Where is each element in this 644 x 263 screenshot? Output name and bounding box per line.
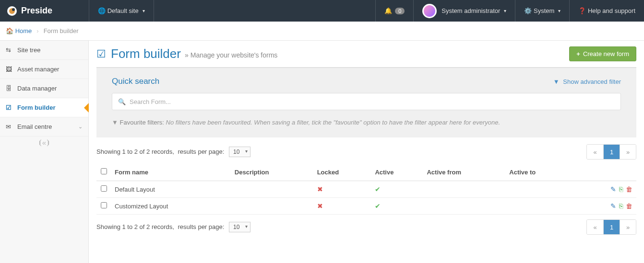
forms-table: Form name Description Locked Active Acti… — [96, 163, 636, 215]
plus-icon: + — [576, 50, 580, 57]
site-switcher[interactable]: 🌐 Default site ▾ — [89, 0, 154, 22]
col-form-name[interactable]: Form name — [111, 163, 231, 181]
cell-form-name: Default Layout — [111, 181, 231, 198]
user-label: System administrator — [441, 7, 500, 14]
page-title-text: Form builder — [111, 46, 181, 61]
sidebar: ⇆ Site tree 🖼 Asset manager 🗄 Data manag… — [0, 41, 89, 263]
sidebar-item-label: Site tree — [17, 46, 40, 54]
create-form-button[interactable]: + Create new form — [569, 46, 636, 61]
sidebar-item-label: Data manager — [17, 85, 57, 92]
help-label: Help and support — [588, 7, 635, 14]
chevron-right-icon: › — [36, 27, 38, 34]
page-1[interactable]: 1 — [603, 220, 620, 234]
system-menu[interactable]: ⚙️ System ▾ — [515, 0, 569, 22]
sidebar-collapse-button[interactable]: ⦗«⦘ — [0, 137, 88, 149]
rpp-select[interactable]: 10 — [229, 222, 250, 232]
favourite-filters-hint: No filters have been favourited. When sa… — [166, 119, 500, 126]
col-active-from[interactable]: Active from — [423, 163, 505, 181]
copy-icon[interactable]: ⎘ — [619, 185, 623, 193]
notifications-button[interactable]: 🔔 0 — [376, 0, 413, 22]
sidebar-item-label: Form builder — [17, 104, 55, 111]
breadcrumb-home[interactable]: Home — [15, 27, 32, 34]
filter-icon: ▼ — [112, 119, 118, 126]
page-last[interactable]: » — [620, 145, 636, 159]
page-subtitle: Manage your website's forms — [191, 51, 278, 59]
pagination-top: « 1 » — [586, 144, 636, 160]
cell-active-to — [505, 181, 572, 198]
gears-icon: ⚙️ — [524, 7, 532, 14]
caret-down-icon: ▾ — [558, 8, 561, 13]
collapse-left-icon: ⦗«⦘ — [38, 138, 50, 147]
check-circle-icon: ✔ — [375, 185, 381, 193]
times-circle-icon: ✖ — [317, 185, 323, 193]
caret-down-icon: ▾ — [143, 8, 145, 13]
sidebar-item-asset-manager[interactable]: 🖼 Asset manager — [0, 60, 88, 79]
edit-icon[interactable]: ✎ — [610, 185, 616, 193]
main-content: ☑ Form builder »Manage your website's fo… — [89, 41, 644, 263]
cell-locked: ✖ — [313, 198, 371, 215]
topbar: Preside 🌐 Default site ▾ 🔔 0 System admi… — [0, 0, 644, 22]
system-label: System — [534, 7, 554, 14]
page-title: ☑ Form builder »Manage your website's fo… — [96, 46, 277, 61]
select-all-checkbox[interactable] — [101, 168, 107, 174]
sidebar-item-data-manager[interactable]: 🗄 Data manager — [0, 79, 88, 98]
cell-active: ✔ — [371, 181, 423, 198]
search-input[interactable] — [130, 98, 615, 105]
brand-name: Preside — [21, 6, 52, 16]
trash-icon[interactable]: 🗑 — [626, 202, 632, 210]
brand-logo[interactable]: Preside — [0, 0, 89, 22]
col-description[interactable]: Description — [231, 163, 313, 181]
col-active-to[interactable]: Active to — [505, 163, 572, 181]
caret-down-icon: ▾ — [504, 8, 506, 13]
cell-active-from — [423, 198, 505, 215]
search-icon: 🔍 — [118, 98, 126, 105]
row-checkbox[interactable] — [101, 202, 107, 208]
page-first[interactable]: « — [587, 145, 603, 159]
globe-icon: 🌐 — [98, 7, 106, 14]
favourite-filters-row: ▼ Favourite filters: No filters have bee… — [112, 119, 621, 126]
table-row[interactable]: Customized Layout✖✔✎⎘🗑 — [96, 198, 636, 215]
show-advanced-filter-link[interactable]: ▼ Show advanced filter — [553, 78, 621, 85]
user-menu[interactable]: System administrator ▾ — [414, 0, 515, 22]
chevron-down-icon: ⌄ — [78, 124, 83, 130]
cell-active-to — [505, 198, 572, 215]
table-row[interactable]: Default Layout✖✔✎⎘🗑 — [96, 181, 636, 198]
trash-icon[interactable]: 🗑 — [626, 185, 632, 193]
rpp-label: results per page: — [178, 148, 225, 155]
preside-logo-icon — [7, 6, 17, 16]
page-first[interactable]: « — [587, 220, 603, 234]
rpp-select[interactable]: 10 — [229, 147, 250, 157]
svg-point-2 — [12, 8, 15, 11]
picture-icon: 🖼 — [6, 66, 17, 73]
cell-form-name: Customized Layout — [111, 198, 231, 215]
col-active[interactable]: Active — [371, 163, 423, 181]
cell-locked: ✖ — [313, 181, 371, 198]
row-checkbox[interactable] — [101, 185, 107, 192]
page-1[interactable]: 1 — [603, 145, 620, 159]
copy-icon[interactable]: ⎘ — [619, 202, 623, 210]
sidebar-item-label: Email centre — [17, 123, 52, 130]
page-last[interactable]: » — [620, 220, 636, 234]
row-actions: ✎⎘🗑 — [572, 198, 636, 215]
check-square-icon: ☑ — [6, 104, 17, 111]
sidebar-item-email-centre[interactable]: ✉ Email centre ⌄ — [0, 117, 88, 137]
check-circle-icon: ✔ — [375, 202, 381, 210]
notification-count: 0 — [395, 8, 405, 14]
avatar — [422, 4, 437, 18]
cell-description — [231, 198, 313, 215]
help-link[interactable]: ❓ Help and support — [570, 0, 644, 22]
col-locked[interactable]: Locked — [313, 163, 371, 181]
site-label: Default site — [107, 7, 139, 14]
records-summary: Showing 1 to 2 of 2 records, — [96, 148, 174, 155]
favourite-filters-label: Favourite filters: — [120, 119, 164, 126]
sidebar-item-site-tree[interactable]: ⇆ Site tree — [0, 41, 88, 60]
check-square-icon: ☑ — [96, 48, 106, 60]
home-icon: 🏠 — [6, 27, 13, 34]
edit-icon[interactable]: ✎ — [610, 202, 616, 210]
quick-search-title: Quick search — [112, 77, 159, 86]
records-summary: Showing 1 to 2 of 2 records, — [96, 223, 174, 230]
advanced-filter-label: Show advanced filter — [563, 78, 621, 85]
sidebar-item-form-builder[interactable]: ☑ Form builder — [0, 98, 88, 117]
sitemap-icon: ⇆ — [6, 46, 17, 54]
listing-header-top: Showing 1 to 2 of 2 records, results per… — [96, 144, 636, 160]
